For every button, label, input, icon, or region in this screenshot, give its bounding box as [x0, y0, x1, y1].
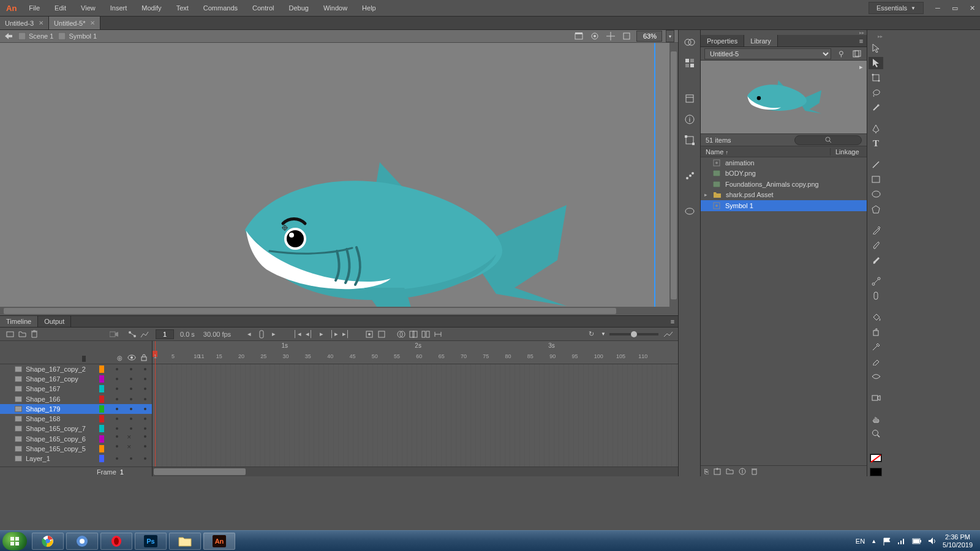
camera-button[interactable]: [108, 328, 120, 340]
layer-toggles[interactable]: [110, 388, 152, 390]
track-scrollbar[interactable]: [153, 467, 678, 476]
marker-range-button[interactable]: [432, 328, 444, 340]
pencil-tool[interactable]: [869, 225, 883, 236]
align-panel-icon[interactable]: [682, 35, 697, 50]
taskbar-photoshop[interactable]: Ps: [135, 533, 167, 550]
close-tab-icon[interactable]: ✕: [90, 20, 95, 26]
layer-color-swatch[interactable]: [99, 405, 104, 413]
graph-button[interactable]: [138, 328, 151, 340]
loop-button[interactable]: ↻: [585, 328, 597, 340]
taskbar-clock[interactable]: 2:36 PM 5/10/2019: [943, 533, 973, 548]
zoom-level[interactable]: 63%: [636, 31, 662, 42]
zoom-slider[interactable]: [609, 333, 658, 335]
panel-menu-icon[interactable]: ≡: [667, 318, 678, 325]
hand-tool[interactable]: [869, 413, 883, 424]
step-fwd-button[interactable]: ▸: [268, 328, 280, 340]
paint-bucket-tool[interactable]: [869, 311, 883, 323]
menu-edit[interactable]: Edit: [48, 2, 72, 14]
track-rows[interactable]: [153, 364, 678, 467]
stage-scrollbar-vertical[interactable]: [669, 43, 678, 307]
free-transform-tool[interactable]: [869, 72, 883, 84]
taskbar-chrome[interactable]: [32, 533, 64, 550]
menu-file[interactable]: File: [23, 2, 46, 14]
rectangle-tool[interactable]: [869, 174, 883, 186]
lib-delete-icon[interactable]: [751, 468, 758, 475]
ink-bottle-tool[interactable]: [869, 326, 883, 338]
layer-toggles[interactable]: [110, 457, 152, 460]
library-search[interactable]: [794, 135, 862, 145]
layer-color-swatch[interactable]: [99, 385, 104, 392]
first-frame-button[interactable]: │◂: [291, 328, 303, 340]
next-frame-button[interactable]: │▸: [328, 328, 340, 340]
highlight-column-icon[interactable]: ◎: [115, 353, 124, 362]
pen-tool[interactable]: [869, 123, 883, 135]
new-folder-button[interactable]: [16, 328, 28, 340]
swatches-panel-icon[interactable]: [682, 91, 697, 106]
minimize-button[interactable]: ─: [930, 2, 946, 14]
center-stage-icon[interactable]: [605, 30, 617, 42]
workspace-selector[interactable]: Essentials ▼: [869, 2, 924, 14]
layer-row[interactable]: Shape_179: [0, 404, 152, 414]
properties-tab[interactable]: Properties: [701, 35, 744, 47]
layer-row[interactable]: Shape_166: [0, 394, 152, 404]
menu-text[interactable]: Text: [170, 2, 195, 14]
language-indicator[interactable]: EN: [856, 538, 865, 545]
parent-view-button[interactable]: [126, 328, 138, 340]
frame-ruler[interactable]: 1510152025303540455055606570758085909510…: [153, 341, 678, 364]
layer-row[interactable]: Shape_165_copy_5: [0, 444, 152, 454]
menu-debug[interactable]: Debug: [283, 2, 315, 14]
close-button[interactable]: ✕: [964, 2, 980, 14]
onion-outlines-button[interactable]: [407, 328, 420, 340]
collapse-panel-icon[interactable]: ▸▸: [859, 30, 864, 35]
lasso-tool[interactable]: [869, 87, 883, 99]
text-tool[interactable]: T: [869, 138, 883, 149]
layer-toggles[interactable]: [110, 445, 152, 452]
last-frame-button[interactable]: ▸│: [340, 328, 352, 340]
library-item[interactable]: Symbol 1: [701, 200, 867, 211]
oval-tool[interactable]: [869, 189, 883, 200]
library-panel-menu-icon[interactable]: ≡: [856, 37, 867, 45]
library-item[interactable]: ▸shark.psd Asset: [701, 190, 867, 201]
layer-row[interactable]: Shape_165_copy_7: [0, 424, 152, 434]
visibility-column-icon[interactable]: [127, 353, 136, 362]
taskbar-chromium[interactable]: [66, 533, 98, 550]
lib-link-icon[interactable]: ⎘: [704, 468, 709, 475]
eraser-tool[interactable]: [869, 356, 883, 367]
layer-row[interactable]: Shape_167_copy_2: [0, 364, 152, 374]
transform-panel-icon[interactable]: [682, 133, 697, 148]
fill-swatch[interactable]: [870, 468, 882, 476]
edit-multiple-button[interactable]: [420, 328, 432, 340]
width-tool[interactable]: [869, 370, 883, 382]
layer-color-swatch[interactable]: [99, 375, 104, 383]
layer-color-swatch[interactable]: [99, 445, 104, 452]
current-frame-field[interactable]: 1: [156, 329, 174, 339]
close-tab-icon[interactable]: ✕: [39, 20, 43, 26]
menu-control[interactable]: Control: [246, 2, 280, 14]
info-panel-icon[interactable]: i: [682, 112, 697, 127]
fit-timeline-button[interactable]: [662, 328, 674, 340]
edit-scene-icon[interactable]: [573, 30, 585, 42]
menu-help[interactable]: Help: [356, 2, 382, 14]
tools-collapse-icon[interactable]: ▸▸: [878, 34, 884, 39]
lib-properties-icon[interactable]: i: [739, 468, 746, 475]
layer-toggles[interactable]: [110, 427, 152, 430]
layer-color-swatch[interactable]: [99, 425, 104, 432]
layer-toggles[interactable]: [110, 398, 152, 400]
brush-tool[interactable]: [869, 239, 883, 251]
expand-icon[interactable]: ▸: [704, 192, 707, 198]
layer-color-swatch[interactable]: [99, 395, 104, 403]
selection-tool[interactable]: [869, 42, 883, 54]
insert-blank-keyframe-button[interactable]: [375, 328, 388, 340]
stage-area[interactable]: [0, 43, 678, 315]
layer-toggles[interactable]: [110, 408, 152, 410]
layer-color-swatch[interactable]: [99, 455, 104, 462]
new-layer-button[interactable]: [4, 328, 16, 340]
menu-insert[interactable]: Insert: [104, 2, 134, 14]
taskbar-explorer[interactable]: [169, 533, 201, 550]
line-tool[interactable]: [869, 159, 883, 170]
library-doc-select[interactable]: Untitled-5: [704, 48, 831, 59]
library-list[interactable]: animationbODY.pngFoundations_Animals cop…: [701, 157, 867, 465]
linkage-column[interactable]: Linkage: [835, 148, 859, 156]
lib-new-folder-icon[interactable]: [726, 468, 734, 474]
prev-frame-button[interactable]: ◂│: [303, 328, 315, 340]
